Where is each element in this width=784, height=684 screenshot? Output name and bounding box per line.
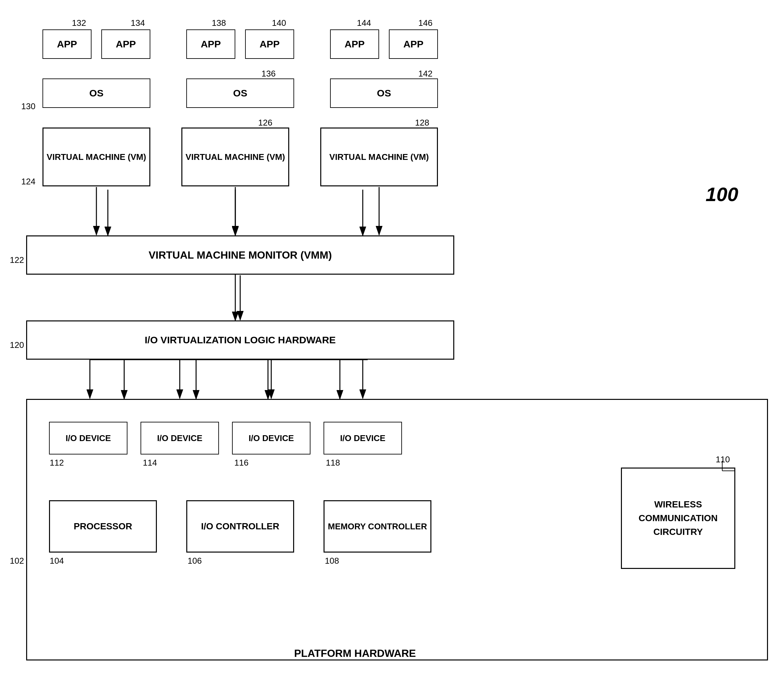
os2-box: OS [186, 79, 294, 108]
ref-118: 118 [326, 458, 340, 468]
vm3-box: VIRTUAL MACHINE (VM) [320, 127, 438, 186]
ref-128: 128 [415, 118, 429, 128]
ref-144: 144 [357, 18, 371, 28]
app3-box: APP [186, 29, 235, 59]
ref-124: 124 [21, 177, 35, 187]
memory-controller-label: MEMORY CONTROLLER [328, 521, 427, 532]
os3-box: OS [330, 79, 438, 108]
platform-hardware-label: PLATFORM HARDWARE [294, 647, 416, 660]
io-controller-box: I/O CONTROLLER [186, 500, 294, 553]
ref-112: 112 [50, 458, 64, 468]
app2-box: APP [101, 29, 150, 59]
ref-114: 114 [143, 458, 157, 468]
ref-138: 138 [212, 18, 226, 28]
diagram-container: 100 APP 132 APP 134 APP 138 APP 140 APP … [0, 0, 784, 684]
wireless-label: WIRELESS COMMUNICATION CIRCUITRY [625, 498, 731, 539]
vm1-box: VIRTUAL MACHINE (VM) [42, 127, 150, 186]
ref-104: 104 [50, 556, 64, 566]
io-dev4-box: I/O DEVICE [324, 422, 402, 455]
app6-box: APP [389, 29, 438, 59]
io-dev2-box: I/O DEVICE [140, 422, 219, 455]
app1-box: APP [42, 29, 92, 59]
ref-102: 102 [10, 556, 24, 566]
ref-126: 126 [258, 118, 272, 128]
ref-106: 106 [188, 556, 202, 566]
ref-120: 120 [10, 340, 24, 350]
figure-label: 100 [705, 183, 738, 206]
vm1-label: VIRTUAL MACHINE (VM) [47, 151, 146, 163]
app4-box: APP [245, 29, 294, 59]
ref-136: 136 [261, 69, 275, 79]
vm3-label: VIRTUAL MACHINE (VM) [329, 151, 429, 163]
ref-146: 146 [418, 18, 432, 28]
ref-108: 108 [325, 556, 339, 566]
io-virt-box: I/O VIRTUALIZATION LOGIC HARDWARE [26, 320, 454, 360]
io-dev1-box: I/O DEVICE [49, 422, 127, 455]
vm2-box: VIRTUAL MACHINE (VM) [181, 127, 289, 186]
ref-116: 116 [234, 458, 248, 468]
vmm-box: VIRTUAL MACHINE MONITOR (VMM) [26, 236, 454, 275]
ref-110: 110 [716, 455, 730, 465]
wireless-box: WIRELESS COMMUNICATION CIRCUITRY [621, 468, 735, 569]
ref-140: 140 [272, 18, 286, 28]
app5-box: APP [330, 29, 379, 59]
ref-132: 132 [72, 18, 86, 28]
io-dev3-box: I/O DEVICE [232, 422, 311, 455]
vm2-label: VIRTUAL MACHINE (VM) [186, 151, 285, 163]
os1-box: OS [42, 79, 150, 108]
ref-134: 134 [131, 18, 145, 28]
ref-130: 130 [21, 102, 35, 111]
processor-box: PROCESSOR [49, 500, 157, 553]
ref-142: 142 [418, 69, 432, 79]
memory-controller-box: MEMORY CONTROLLER [324, 500, 431, 553]
ref-122: 122 [10, 255, 24, 265]
